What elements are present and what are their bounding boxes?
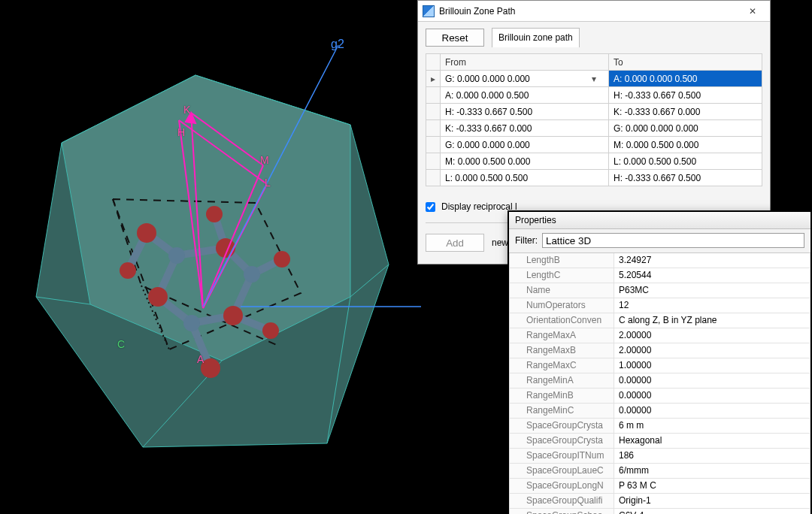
- cell-from[interactable]: G: 0.000 0.000 0.000▾: [441, 71, 609, 87]
- svg-point-24: [120, 262, 136, 279]
- table-row[interactable]: H: -0.333 0.667 0.500K: -0.333 0.667 0.0…: [426, 104, 762, 120]
- property-key: RangeMaxC: [509, 358, 614, 373]
- kpath-table[interactable]: From To ▸G: 0.000 0.000 0.000▾A: 0.000 0…: [426, 53, 762, 186]
- property-row[interactable]: RangeMaxB2.00000: [509, 343, 810, 358]
- cell-to[interactable]: M: 0.000 0.500 0.000: [609, 137, 762, 153]
- cell-from[interactable]: K: -0.333 0.667 0.000: [441, 120, 609, 137]
- cell-to[interactable]: G: 0.000 0.000 0.000: [609, 120, 762, 137]
- svg-point-26: [262, 322, 279, 339]
- property-value[interactable]: 1.00000: [614, 358, 810, 373]
- cell-from[interactable]: L: 0.000 0.500 0.500: [441, 170, 609, 186]
- cell-from[interactable]: H: -0.333 0.667 0.500: [441, 104, 609, 120]
- cell-to[interactable]: A: 0.000 0.000 0.500: [609, 71, 762, 87]
- table-row[interactable]: G: 0.000 0.000 0.000M: 0.000 0.500 0.000: [426, 137, 762, 153]
- property-row[interactable]: NumOperators12: [509, 298, 810, 313]
- dialog-title: Brillouin Zone Path: [439, 6, 515, 17]
- property-value[interactable]: 0.00000: [614, 389, 810, 404]
- property-value[interactable]: 0.00000: [614, 404, 810, 419]
- properties-title: Properties: [509, 212, 810, 229]
- display-reciprocal-checkbox[interactable]: [426, 202, 435, 212]
- bz-point-M: M: [260, 154, 269, 166]
- property-value[interactable]: 3.24927: [614, 253, 810, 268]
- property-row[interactable]: OrientationConvenC along Z, B in YZ plan…: [509, 313, 810, 328]
- table-row[interactable]: ▸G: 0.000 0.000 0.000▾A: 0.000 0.000 0.5…: [426, 71, 762, 87]
- properties-panel: Properties Filter: LengthB3.24927LengthC…: [508, 210, 812, 514]
- cell-to[interactable]: K: -0.333 0.667 0.000: [609, 104, 762, 120]
- dialog-titlebar[interactable]: Brillouin Zone Path ✕: [418, 1, 770, 22]
- property-row[interactable]: SpaceGroupLaueC6/mmm: [509, 464, 810, 479]
- property-key: SpaceGroupSchoe: [509, 509, 614, 514]
- cell-from[interactable]: A: 0.000 0.000 0.500: [441, 87, 609, 104]
- dropdown-icon[interactable]: ▾: [592, 74, 604, 84]
- display-reciprocal-label: Display reciprocal l: [441, 201, 517, 212]
- table-row[interactable]: M: 0.000 0.500 0.000L: 0.000 0.500 0.500: [426, 153, 762, 170]
- property-key: SpaceGroupCrysta: [509, 434, 614, 449]
- property-row[interactable]: SpaceGroupCrysta6 m m: [509, 419, 810, 434]
- property-row[interactable]: SpaceGroupCrystaHexagonal: [509, 434, 810, 449]
- property-key: SpaceGroupITNum: [509, 449, 614, 464]
- property-key: NumOperators: [509, 298, 614, 313]
- svg-point-18: [137, 223, 156, 243]
- property-row[interactable]: RangeMaxC1.00000: [509, 358, 810, 373]
- svg-point-25: [206, 206, 223, 222]
- cell-to[interactable]: L: 0.000 0.500 0.500: [609, 153, 762, 170]
- svg-point-20: [148, 287, 168, 307]
- property-row[interactable]: SpaceGroupITNum186: [509, 449, 810, 464]
- filter-input[interactable]: [542, 233, 804, 248]
- property-row[interactable]: RangeMaxA2.00000: [509, 328, 810, 343]
- property-value[interactable]: 5.20544: [614, 268, 810, 283]
- property-value[interactable]: 2.00000: [614, 328, 810, 343]
- filter-label: Filter:: [515, 235, 538, 246]
- svg-point-28: [244, 266, 260, 283]
- cell-to[interactable]: H: -0.333 0.667 0.500: [609, 170, 762, 186]
- close-icon[interactable]: ✕: [740, 4, 765, 19]
- column-from[interactable]: From: [441, 54, 609, 71]
- property-value[interactable]: Hexagonal: [614, 434, 810, 449]
- property-value[interactable]: 6 m m: [614, 419, 810, 434]
- property-value[interactable]: 186: [614, 449, 810, 464]
- property-row[interactable]: RangeMinB0.00000: [509, 389, 810, 404]
- reset-button[interactable]: Reset: [426, 29, 484, 47]
- table-row[interactable]: A: 0.000 0.000 0.500H: -0.333 0.667 0.50…: [426, 87, 762, 104]
- property-key: RangeMinB: [509, 389, 614, 404]
- tab-brillouin-zone-path[interactable]: Brillouin zone path: [492, 28, 580, 47]
- property-value[interactable]: 0.00000: [614, 373, 810, 389]
- property-value[interactable]: C along Z, B in YZ plane: [614, 313, 810, 328]
- property-key: RangeMinA: [509, 373, 614, 389]
- property-row[interactable]: SpaceGroupQualifiOrigin-1: [509, 494, 810, 509]
- row-marker: [426, 170, 441, 186]
- property-row[interactable]: NameP63MC: [509, 283, 810, 298]
- table-row[interactable]: L: 0.000 0.500 0.500H: -0.333 0.667 0.50…: [426, 170, 762, 186]
- property-value[interactable]: 6/mmm: [614, 464, 810, 479]
- cell-from[interactable]: M: 0.000 0.500 0.000: [441, 153, 609, 170]
- column-to[interactable]: To: [609, 54, 762, 71]
- property-key: LengthC: [509, 268, 614, 283]
- property-key: Name: [509, 283, 614, 298]
- property-row[interactable]: SpaceGroupSchoeC6V-4: [509, 509, 810, 514]
- property-value[interactable]: 12: [614, 298, 810, 313]
- property-value[interactable]: C6V-4: [614, 509, 810, 514]
- property-row[interactable]: LengthB3.24927: [509, 253, 810, 268]
- row-marker: [426, 137, 441, 153]
- bz-point-K: K: [183, 104, 190, 116]
- table-row[interactable]: K: -0.333 0.667 0.000G: 0.000 0.000 0.00…: [426, 120, 762, 137]
- property-value[interactable]: Origin-1: [614, 494, 810, 509]
- 3d-viewport[interactable]: g2 K H M L A C: [0, 0, 421, 514]
- properties-list[interactable]: LengthB3.24927LengthC5.20544NameP63MCNum…: [509, 252, 810, 514]
- property-row[interactable]: RangeMinC0.00000: [509, 404, 810, 419]
- row-marker: ▸: [426, 71, 441, 87]
- brillouin-zone-mesh: [36, 75, 389, 447]
- property-row[interactable]: LengthC5.20544: [509, 268, 810, 283]
- add-button[interactable]: Add: [426, 234, 484, 252]
- bz-point-A: A: [197, 353, 204, 365]
- property-value[interactable]: 2.00000: [614, 343, 810, 358]
- property-key: SpaceGroupLongN: [509, 479, 614, 494]
- property-value[interactable]: P63MC: [614, 283, 810, 298]
- app-icon: [423, 5, 435, 17]
- property-row[interactable]: SpaceGroupLongNP 63 M C: [509, 479, 810, 494]
- property-row[interactable]: RangeMinA0.00000: [509, 373, 810, 389]
- cell-to[interactable]: H: -0.333 0.667 0.500: [609, 87, 762, 104]
- property-value[interactable]: P 63 M C: [614, 479, 810, 494]
- svg-point-23: [274, 251, 290, 268]
- cell-from[interactable]: G: 0.000 0.000 0.000: [441, 137, 609, 153]
